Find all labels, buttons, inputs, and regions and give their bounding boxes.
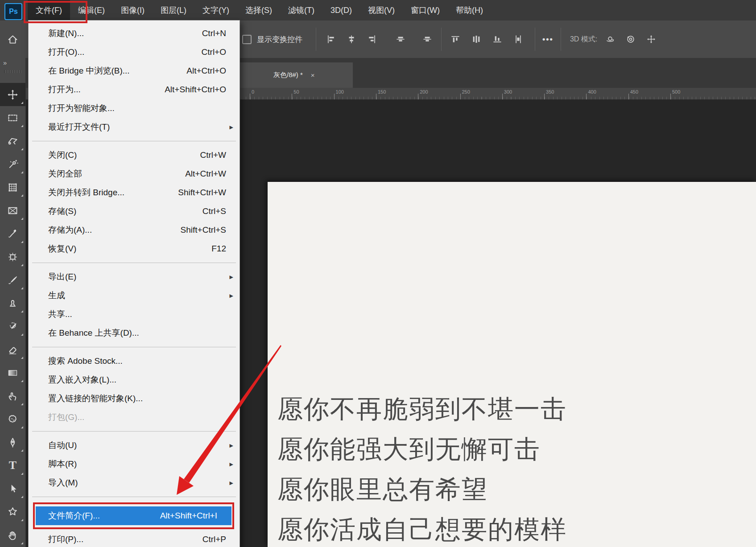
file-menu-item-place-embedded[interactable]: 置入嵌入对象(L)... <box>29 370 240 389</box>
frame-tool[interactable] <box>0 199 25 222</box>
file-menu-item-open-as[interactable]: 打开为...Alt+Shift+Ctrl+O <box>29 80 240 99</box>
roll-3d-button[interactable] <box>624 32 637 47</box>
menu-item-help[interactable]: 帮助(H) <box>448 0 491 21</box>
lasso-tool[interactable] <box>0 129 25 152</box>
path-selection-tool[interactable] <box>0 477 25 500</box>
alt-align-center-v-button[interactable] <box>421 32 434 47</box>
file-menu-item-import[interactable]: 导入(M)▶ <box>29 473 240 492</box>
eyedropper-tool[interactable] <box>0 222 25 245</box>
menu-item-select[interactable]: 选择(S) <box>237 0 280 21</box>
file-menu-item-save[interactable]: 存储(S)Ctrl+S <box>29 202 240 221</box>
menu-item-label: 打包(G)... <box>48 411 84 423</box>
file-menu-item-close-all[interactable]: 关闭全部Alt+Ctrl+W <box>29 165 240 183</box>
file-menu-item-new[interactable]: 新建(N)...Ctrl+N <box>29 24 240 43</box>
pen-tool[interactable] <box>0 431 25 454</box>
canvas-text-block: 愿你不再脆弱到不堪一击愿你能强大到无懈可击愿你眼里总有希望愿你活成自己想要的模样 <box>277 389 567 547</box>
flyout-corner-icon <box>21 287 23 289</box>
align-top-button[interactable] <box>449 32 462 47</box>
file-menu-item-search-adobe-stock[interactable]: 搜索 Adobe Stock... <box>29 352 240 370</box>
align-bottom-button[interactable] <box>491 32 504 47</box>
healing-brush-tool[interactable] <box>0 245 25 268</box>
menu-item-shortcut: Alt+Shift+Ctrl+I <box>160 511 224 521</box>
file-menu-item-close[interactable]: 关闭(C)Ctrl+W <box>29 146 240 165</box>
more-options-button[interactable]: ••• <box>542 35 554 44</box>
file-menu-item-scripts[interactable]: 脚本(R)▶ <box>29 455 240 473</box>
shape-icon <box>7 506 19 518</box>
type-tool[interactable]: T <box>0 454 25 477</box>
flyout-corner-icon <box>21 496 23 498</box>
frame-icon <box>7 205 19 217</box>
file-menu-item-revert[interactable]: 恢复(V)F12 <box>29 239 240 258</box>
distribute-v-button[interactable] <box>512 32 525 47</box>
marquee-tool[interactable] <box>0 106 25 129</box>
file-menu-item-open-recent[interactable]: 最近打开文件(T)▶ <box>29 118 240 136</box>
distribute-h-button[interactable] <box>470 32 483 47</box>
align-right-button[interactable] <box>365 32 379 47</box>
menu-separator <box>29 258 240 267</box>
menu-item-view[interactable]: 视图(V) <box>360 0 403 21</box>
clone-stamp-tool[interactable] <box>0 292 25 315</box>
submenu-arrow-icon: ▶ <box>230 443 233 448</box>
custom-shape-tool[interactable] <box>0 500 25 523</box>
pan-3d-button[interactable] <box>644 32 658 47</box>
file-menu-item-open[interactable]: 打开(O)...Ctrl+O <box>29 43 240 62</box>
menu-item-shortcut: Ctrl+O <box>202 47 232 57</box>
collapse-panels-button[interactable]: » <box>0 58 25 69</box>
move-tool[interactable] <box>0 83 25 106</box>
history-brush-tool[interactable] <box>0 315 25 338</box>
menu-item-shortcut: Ctrl+N <box>202 29 232 38</box>
file-menu-item-place-linked[interactable]: 置入链接的智能对象(K)... <box>29 389 240 408</box>
menu-item-image[interactable]: 图像(I) <box>113 0 153 21</box>
ruler-label: 350 <box>546 89 554 95</box>
tab-close-icon[interactable]: × <box>311 71 315 79</box>
file-menu-item-close-go-bridge[interactable]: 关闭并转到 Bridge...Shift+Ctrl+W <box>29 183 240 202</box>
ruler-tick <box>586 94 587 99</box>
document-tab[interactable]: 灰色/8#) * × <box>225 62 353 88</box>
show-transform-controls-checkbox[interactable] <box>242 35 252 44</box>
magic-wand-tool[interactable] <box>0 152 25 176</box>
menu-item-shortcut: Shift+Ctrl+W <box>178 188 232 197</box>
file-menu-item-share-on-behance[interactable]: 在 Behance 上共享(D)... <box>29 324 240 342</box>
menu-item-label: 恢复(V) <box>48 243 76 255</box>
pen-icon <box>7 436 19 448</box>
align-center-h-icon <box>347 34 356 44</box>
menu-item-shortcut: Alt+Ctrl+W <box>185 169 232 179</box>
align-center-v-button[interactable] <box>394 32 407 47</box>
file-menu-item-save-as[interactable]: 存储为(A)...Shift+Ctrl+S <box>29 221 240 239</box>
file-menu-item-share[interactable]: 共享... <box>29 305 240 324</box>
file-menu-item-export[interactable]: 导出(E)▶ <box>29 267 240 286</box>
distribute-h-icon <box>471 34 481 44</box>
menu-item-label: 搜索 Adobe Stock... <box>48 355 123 367</box>
perspective-crop-tool[interactable] <box>0 176 25 199</box>
gradient-tool[interactable] <box>0 361 25 384</box>
file-menu-item-print[interactable]: 打印(P)...Ctrl+P <box>29 530 240 547</box>
menu-item-type[interactable]: 文字(Y) <box>194 0 237 21</box>
file-menu-item-automate[interactable]: 自动(U)▶ <box>29 436 240 455</box>
align-single <box>394 32 407 47</box>
smudge-tool[interactable] <box>0 384 25 407</box>
file-menu-item-file-info[interactable]: 文件简介(F)...Alt+Shift+Ctrl+I <box>36 506 231 525</box>
orbit-3d-button[interactable] <box>603 32 617 47</box>
hand-tool[interactable] <box>0 523 25 547</box>
sponge-tool[interactable] <box>0 407 25 431</box>
menu-item-shortcut: Ctrl+S <box>202 206 232 216</box>
flyout-corner-icon <box>21 218 23 220</box>
file-menu-item-generate[interactable]: 生成▶ <box>29 286 240 305</box>
tool-list: T <box>0 83 25 547</box>
file-menu-item-browse-in-bridge[interactable]: 在 Bridge 中浏览(B)...Alt+Ctrl+O <box>29 62 240 80</box>
file-menu-item-package[interactable]: 打包(G)... <box>29 408 240 427</box>
annotation-box-file-menu <box>24 1 87 23</box>
home-button[interactable] <box>0 21 25 58</box>
brush-tool[interactable] <box>0 268 25 292</box>
menu-item-layer[interactable]: 图层(L) <box>153 0 194 21</box>
align-left-button[interactable] <box>324 32 338 47</box>
photoshop-window: 愿你不再脆弱到不堪一击愿你能强大到无懈可击愿你眼里总有希望愿你活成自己想要的模样… <box>0 0 756 547</box>
menu-item-window[interactable]: 窗口(W) <box>403 0 448 21</box>
menu-item-filter[interactable]: 滤镜(T) <box>280 0 322 21</box>
align-group-2 <box>449 32 525 47</box>
submenu-arrow-icon: ▶ <box>230 293 233 299</box>
align-center-h-button[interactable] <box>345 32 358 47</box>
menu-item-3d[interactable]: 3D(D) <box>322 0 360 21</box>
file-menu-item-open-as-smart-object[interactable]: 打开为智能对象... <box>29 99 240 118</box>
eraser-tool[interactable] <box>0 338 25 361</box>
